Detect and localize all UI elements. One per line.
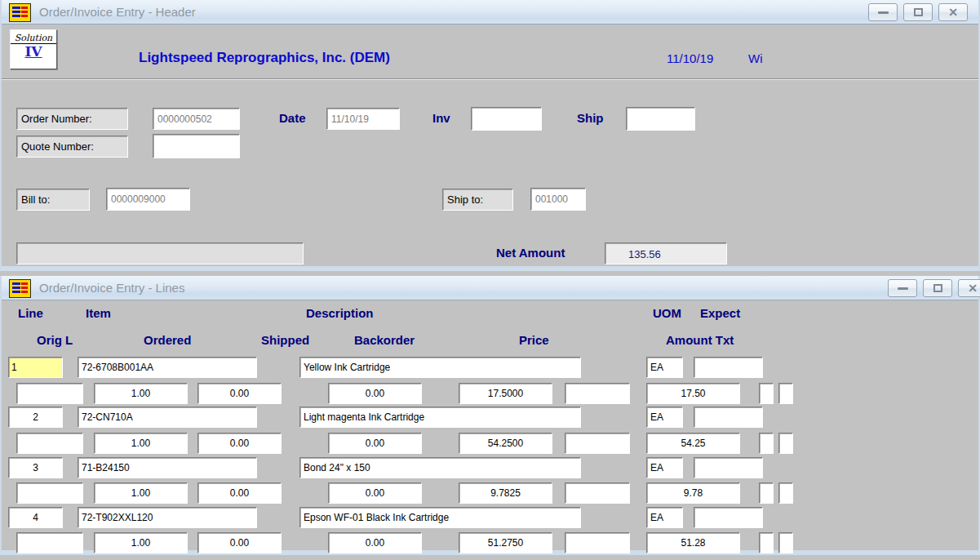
company-banner: Solution IV Lightspeed Reprographics, In… [2, 24, 978, 79]
orig-l-field[interactable] [16, 433, 83, 454]
solution-iv-logo: Solution IV [10, 29, 57, 69]
close-icon: ✕ [968, 282, 978, 294]
shipped-field[interactable]: 0.00 [197, 433, 282, 454]
line-detail-row: 1.00 0.00 0.00 54.2500 54.25 [2, 433, 978, 455]
ordered-field[interactable]: 1.00 [94, 482, 188, 504]
item-code-field[interactable]: 72-T902XXL120 [78, 507, 257, 528]
bill-to-field[interactable]: 0000009000 [106, 188, 190, 211]
lines-window-title: Order/Invoice Entry - Lines [39, 281, 184, 295]
orig-l-field[interactable] [16, 482, 83, 504]
line-item-row: 4 72-T902XXL120 Epson WF-01 Black Ink Ca… [2, 507, 978, 529]
maximize-button[interactable] [923, 279, 952, 297]
item-code-field[interactable]: 72-6708B001AA [78, 357, 257, 378]
amount-field[interactable]: 54.25 [646, 433, 740, 454]
inv-label: Inv [432, 111, 450, 125]
date-label: Date [279, 111, 306, 125]
maximize-icon [933, 284, 942, 292]
ship-to-field[interactable]: 001000 [530, 188, 586, 211]
shipped-field[interactable]: 0.00 [197, 532, 282, 553]
backorder-field[interactable]: 0.00 [328, 532, 422, 553]
price-field[interactable]: 51.2750 [459, 532, 552, 553]
price-field[interactable]: 9.7825 [459, 482, 552, 504]
line-number-field[interactable]: 3 [8, 457, 63, 478]
item-code-field[interactable]: 72-CN710A [78, 407, 257, 428]
backorder-field[interactable]: 0.00 [328, 433, 422, 454]
app-icon [9, 279, 31, 298]
txt-flag-field-1[interactable] [759, 383, 774, 404]
ordered-field[interactable]: 1.00 [94, 532, 188, 553]
expect-field[interactable] [694, 357, 763, 378]
close-button[interactable]: ✕ [938, 3, 968, 21]
expect-field[interactable] [694, 507, 763, 528]
description-field[interactable]: Bond 24" x 150 [299, 457, 581, 478]
shipped-field[interactable]: 0.00 [197, 383, 282, 404]
txt-field[interactable] [565, 482, 630, 504]
logo-iv-text: IV [24, 44, 42, 59]
expect-field[interactable] [694, 407, 763, 428]
line-detail-row: 1.00 0.00 0.00 17.5000 17.50 [2, 383, 978, 405]
price-field[interactable]: 54.2500 [459, 433, 552, 454]
uom-field[interactable]: EA [646, 407, 683, 428]
amount-field[interactable]: 9.78 [646, 482, 740, 504]
orig-l-field[interactable] [16, 532, 83, 553]
line-number-field[interactable]: 2 [8, 407, 63, 428]
txt-flag-field-2[interactable] [778, 433, 793, 454]
amount-field[interactable]: 51.28 [646, 532, 740, 553]
txt-field[interactable] [565, 433, 630, 454]
order-number-field[interactable]: 0000000502 [153, 108, 240, 130]
uom-field[interactable]: EA [646, 357, 683, 378]
ordered-field[interactable]: 1.00 [94, 433, 188, 454]
line-number-field[interactable]: 1 [8, 357, 63, 378]
header-window-titlebar[interactable]: Order/Invoice Entry - Header ✕ [2, 0, 978, 24]
minimize-button[interactable] [888, 279, 917, 297]
txt-flag-field-1[interactable] [759, 482, 774, 504]
lines-window-titlebar[interactable]: Order/Invoice Entry - Lines ✕ [2, 276, 978, 300]
header-window-title: Order/Invoice Entry - Header [39, 5, 196, 19]
date-field[interactable]: 11/10/19 [326, 108, 400, 130]
inv-field[interactable] [471, 107, 542, 131]
uom-field[interactable]: EA [646, 507, 683, 528]
price-field[interactable]: 17.5000 [459, 383, 552, 404]
lines-grid: 1 72-6708B001AA Yellow Ink Cartridge EA … [2, 300, 978, 550]
txt-field[interactable] [565, 532, 630, 553]
line-item-row: 1 72-6708B001AA Yellow Ink Cartridge EA [2, 357, 978, 379]
close-button[interactable]: ✕ [958, 279, 980, 297]
net-amount-field: 135.56 [605, 242, 727, 264]
ship-label: Ship [577, 111, 604, 125]
expect-field[interactable] [694, 457, 763, 478]
banner-user: Wi [748, 51, 763, 65]
order-number-label: Order Number: [16, 108, 128, 130]
description-field[interactable]: Light magenta Ink Cartridge [299, 407, 581, 428]
txt-flag-field-2[interactable] [778, 383, 793, 404]
txt-flag-field-2[interactable] [778, 532, 793, 553]
ship-field[interactable] [626, 107, 695, 131]
txt-flag-field-1[interactable] [759, 433, 774, 454]
minimize-icon [898, 287, 908, 290]
minimize-icon [878, 11, 889, 14]
line-item-row: 2 72-CN710A Light magenta Ink Cartridge … [2, 407, 978, 429]
quote-number-label: Quote Number: [16, 136, 128, 158]
txt-flag-field-1[interactable] [759, 532, 774, 553]
description-field[interactable]: Epson WF-01 Black Ink Cartridge [299, 507, 581, 528]
orig-l-field[interactable] [16, 383, 83, 404]
txt-field[interactable] [565, 383, 630, 404]
line-number-field[interactable]: 4 [8, 507, 63, 528]
order-invoice-lines-window: Order/Invoice Entry - Lines ✕ Line Item … [0, 276, 980, 555]
minimize-button[interactable] [868, 3, 898, 21]
txt-flag-field-2[interactable] [778, 482, 793, 504]
description-field[interactable]: Yellow Ink Cartridge [299, 357, 581, 378]
shipped-field[interactable]: 0.00 [197, 482, 282, 504]
ordered-field[interactable]: 1.00 [94, 383, 188, 404]
quote-number-field[interactable] [153, 134, 240, 158]
banner-date: 11/10/19 [667, 51, 713, 65]
logo-script-text: Solution [11, 33, 56, 44]
uom-field[interactable]: EA [646, 457, 683, 478]
item-code-field[interactable]: 71-B24150 [78, 457, 257, 478]
maximize-button[interactable] [903, 3, 933, 21]
line-detail-row: 1.00 0.00 0.00 51.2750 51.28 [2, 532, 978, 554]
line-detail-row: 1.00 0.00 0.00 9.7825 9.78 [2, 482, 978, 504]
order-invoice-header-window: Order/Invoice Entry - Header ✕ Solution … [0, 0, 980, 271]
amount-field[interactable]: 17.50 [646, 383, 740, 404]
backorder-field[interactable]: 0.00 [328, 383, 422, 404]
backorder-field[interactable]: 0.00 [328, 482, 422, 504]
